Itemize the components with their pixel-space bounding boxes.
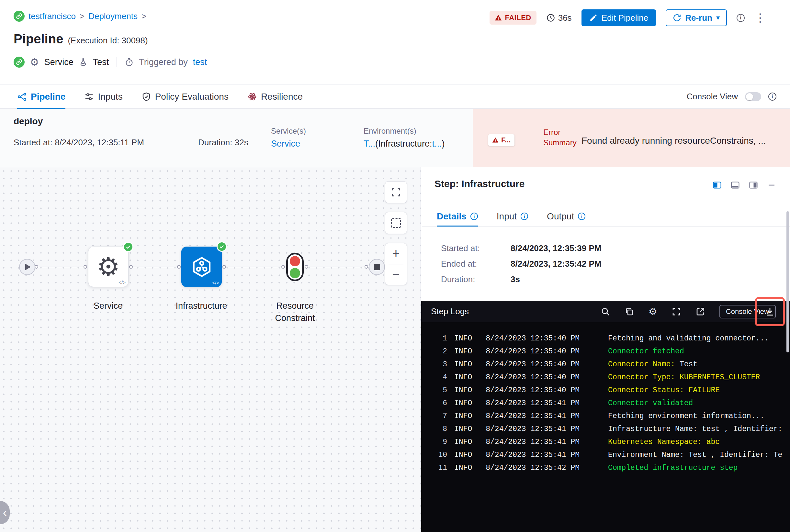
tab-input-label: Input bbox=[497, 211, 517, 222]
triggered-by-user[interactable]: test bbox=[193, 57, 207, 67]
infrastructure-link[interactable]: t... bbox=[432, 139, 442, 149]
node-service-label: Service bbox=[69, 300, 147, 312]
marquee-select-icon bbox=[391, 218, 401, 228]
more-options-icon[interactable]: ⋮ bbox=[754, 12, 766, 24]
collapse-panel-button[interactable]: ‹ bbox=[0, 501, 10, 524]
pipeline-meta-row: ⚙ Service Test Triggered by test bbox=[14, 55, 207, 69]
zoom-out-button[interactable]: − bbox=[385, 264, 407, 285]
detail-row-ended: Ended at: 8/24/2023, 12:35:42 PM bbox=[441, 256, 601, 271]
divider bbox=[422, 227, 790, 227]
details-info-icon[interactable]: i bbox=[471, 213, 478, 220]
stage-name: deploy bbox=[14, 116, 43, 127]
tab-pipeline-label: Pipeline bbox=[31, 92, 66, 102]
log-level: INFO bbox=[454, 373, 472, 381]
environments-value: T...(Infrastructure:t...) bbox=[364, 139, 445, 149]
chevron-down-icon[interactable]: ▾ bbox=[716, 14, 720, 21]
resource-label-line1: Resource bbox=[256, 300, 334, 312]
detail-label: Duration: bbox=[441, 274, 511, 284]
inputs-icon bbox=[84, 92, 94, 101]
step-logs-header: Step Logs ⚙ Console View bbox=[421, 301, 790, 322]
warning-icon bbox=[495, 14, 502, 21]
breadcrumb-deployments[interactable]: Deployments bbox=[88, 11, 137, 21]
service-icon: ⚙ bbox=[30, 57, 39, 67]
environment-infra-text: (Infrastructure: bbox=[375, 139, 432, 149]
split-view-left-icon[interactable] bbox=[712, 180, 722, 190]
start-node[interactable] bbox=[19, 259, 35, 275]
pipeline-icon bbox=[17, 92, 27, 101]
title-row: Pipeline (Execution Id: 30098) bbox=[14, 32, 148, 46]
zoom-in-button[interactable]: + bbox=[385, 243, 407, 264]
node-service[interactable]: ⚙ </> bbox=[88, 247, 129, 287]
detail-label: Started at: bbox=[441, 243, 511, 253]
environment-link[interactable]: T... bbox=[364, 139, 375, 149]
log-message: Connector fetched bbox=[608, 347, 684, 356]
node-resource-constraint-label: Resource Constraint bbox=[256, 300, 334, 324]
detail-row-started: Started at: 8/24/2023, 12:35:39 PM bbox=[441, 241, 601, 256]
log-timestamp: 8/24/2023 12:35:40 PM bbox=[486, 360, 580, 368]
services-value-link[interactable]: Service bbox=[271, 139, 300, 149]
resilience-icon bbox=[247, 92, 257, 101]
split-view-right-icon[interactable] bbox=[749, 180, 758, 190]
scrollbar-thumb[interactable] bbox=[787, 211, 789, 353]
log-level: INFO bbox=[454, 360, 472, 368]
copy-icon[interactable] bbox=[625, 307, 634, 317]
header-info-icon[interactable]: i bbox=[737, 14, 745, 22]
zoom-controls: + − bbox=[385, 243, 407, 285]
tab-output[interactable]: Output i bbox=[547, 206, 585, 227]
edit-pipeline-button[interactable]: Edit Pipeline bbox=[582, 10, 656, 26]
bottom-view-icon[interactable] bbox=[731, 180, 740, 190]
edge bbox=[130, 267, 179, 267]
breadcrumb-project[interactable]: testfrancisco bbox=[29, 11, 76, 21]
edge-dot bbox=[281, 265, 285, 269]
pipeline-graph-canvas[interactable]: ⚙ </> Service </> Infrastructure bbox=[0, 167, 421, 532]
edge bbox=[36, 267, 86, 267]
log-lines[interactable]: 1INFO8/24/2023 12:35:40 PMFetching and v… bbox=[421, 322, 790, 532]
output-info-icon[interactable]: i bbox=[578, 213, 585, 220]
tab-resilience[interactable]: Resilience bbox=[247, 85, 303, 109]
marquee-select-button[interactable] bbox=[385, 212, 407, 234]
log-line-number: 11 bbox=[426, 464, 447, 472]
expand-canvas-button[interactable] bbox=[385, 181, 407, 203]
log-message: Infrastructure Name: test , Identifier: bbox=[608, 425, 782, 433]
log-line: 5INFO8/24/2023 12:35:40 PMConnector Stat… bbox=[426, 384, 790, 397]
started-at: Started at: 8/24/2023, 12:35:11 PM bbox=[14, 137, 144, 148]
rerun-button[interactable]: Re-run ▾ bbox=[666, 10, 727, 26]
success-check-icon bbox=[123, 242, 133, 252]
log-timestamp: 8/24/2023 12:35:41 PM bbox=[486, 412, 580, 420]
search-icon[interactable] bbox=[601, 307, 610, 317]
edge-dot bbox=[177, 265, 181, 269]
detail-row-duration: Duration: 3s bbox=[441, 271, 601, 287]
console-view-control: Console View i bbox=[686, 85, 776, 109]
test-icon bbox=[79, 58, 88, 66]
log-line: 3INFO8/24/2023 12:35:40 PMConnector Name… bbox=[426, 358, 790, 371]
tab-input[interactable]: Input i bbox=[497, 206, 528, 227]
panel-view-controls bbox=[712, 180, 776, 190]
service-name: Service bbox=[44, 57, 73, 67]
fullscreen-icon[interactable] bbox=[672, 307, 681, 317]
node-resource-constraint[interactable] bbox=[286, 253, 304, 281]
log-settings-icon[interactable]: ⚙ bbox=[648, 307, 657, 317]
log-line-number: 5 bbox=[426, 386, 447, 395]
console-view-toggle[interactable] bbox=[745, 92, 761, 101]
edge-dot bbox=[365, 265, 368, 269]
log-message: Connector Status: FAILURE bbox=[608, 386, 720, 395]
elapsed-time: 36s bbox=[546, 13, 572, 23]
header-actions: FAILED 36s Edit Pipeline Re-run ▾ i ⋮ bbox=[490, 8, 766, 27]
input-info-icon[interactable]: i bbox=[521, 213, 528, 220]
status-badge-label: FAILED bbox=[505, 14, 531, 22]
services-label: Service(s) bbox=[271, 127, 306, 136]
tab-pipeline[interactable]: Pipeline bbox=[17, 85, 66, 109]
tab-policy-evaluations[interactable]: Policy Evaluations bbox=[142, 85, 228, 109]
code-glyph: </> bbox=[118, 280, 126, 285]
tab-inputs[interactable]: Inputs bbox=[84, 85, 122, 109]
minimize-panel-icon[interactable] bbox=[767, 180, 776, 190]
status-badge: FAILED bbox=[490, 11, 536, 24]
end-node[interactable] bbox=[369, 259, 385, 275]
download-icon[interactable] bbox=[765, 307, 775, 317]
console-view-info-icon[interactable]: i bbox=[768, 93, 776, 101]
log-level: INFO bbox=[454, 386, 472, 395]
tab-details[interactable]: Details i bbox=[437, 206, 478, 227]
node-infrastructure[interactable]: </> bbox=[181, 247, 222, 287]
execution-tabbar: Pipeline Inputs Policy Evaluations Resil… bbox=[0, 84, 790, 109]
open-in-new-icon[interactable] bbox=[696, 307, 705, 317]
